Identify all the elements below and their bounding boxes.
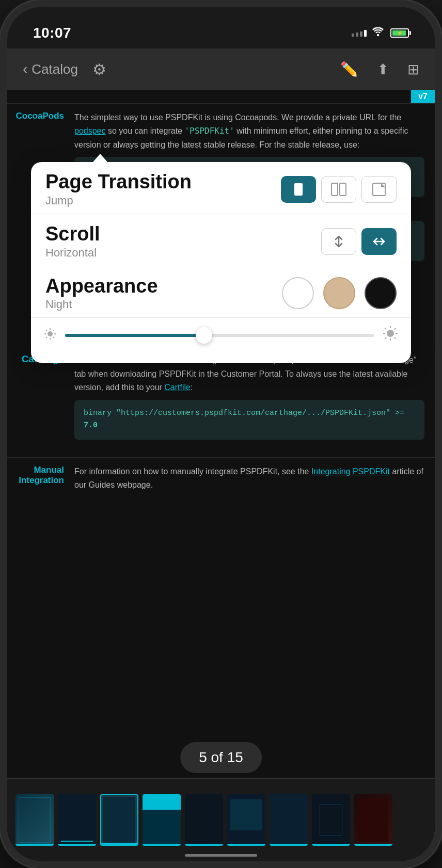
night-appearance-button[interactable] — [365, 277, 397, 309]
brightness-thumb[interactable] — [196, 327, 212, 344]
settings-icon[interactable]: ⚙ — [92, 60, 106, 78]
thumbnail-3[interactable] — [100, 794, 138, 846]
podspec-link[interactable]: podspec — [74, 126, 106, 135]
phone-screen: 10:07 ⚡ — [7, 7, 435, 861]
grid-icon[interactable]: ⊞ — [407, 61, 419, 78]
svg-line-10 — [46, 330, 47, 331]
svg-point-5 — [48, 331, 53, 336]
single-page-button[interactable] — [281, 176, 316, 203]
svg-point-0 — [377, 34, 379, 36]
svg-line-20 — [394, 337, 396, 339]
cartfile-link[interactable]: Cartfile — [164, 383, 191, 392]
manual-label: ManualIntegration — [7, 458, 74, 505]
notch — [164, 7, 278, 28]
thumbnail-9[interactable] — [354, 794, 392, 846]
svg-rect-4 — [373, 183, 385, 196]
edit-icon[interactable]: ✏️ — [340, 61, 358, 78]
brightness-slider[interactable] — [65, 334, 374, 337]
signal-icon — [352, 30, 367, 37]
home-indicator — [185, 854, 257, 857]
carthage-code: binary "https://customers.pspdfkit.com/c… — [84, 409, 404, 430]
appearance-title: Appearance — [45, 276, 158, 297]
scroll-controls — [321, 228, 397, 255]
brightness-high-icon — [382, 325, 399, 345]
back-button[interactable]: ‹ Catalog — [23, 61, 78, 77]
manual-text: For information on how to manually integ… — [74, 465, 424, 492]
thumbnail-5[interactable] — [185, 794, 223, 846]
page-transition-section: Page Transition Jump — [31, 162, 411, 214]
status-icons: ⚡ — [352, 26, 409, 40]
svg-line-22 — [385, 337, 387, 339]
thumbnail-1[interactable] — [15, 794, 54, 846]
brightness-low-icon — [43, 327, 57, 344]
phone-shell: 10:07 ⚡ — [0, 0, 442, 868]
white-appearance-button[interactable] — [282, 277, 314, 309]
scroll-title: Scroll — [45, 223, 100, 245]
thumbnail-2[interactable] — [58, 794, 96, 846]
popover: Page Transition Jump — [31, 162, 411, 363]
page-transition-title-group: Page Transition Jump — [45, 171, 192, 207]
back-label: Catalog — [31, 61, 78, 77]
appearance-header: Appearance Night — [45, 276, 397, 312]
svg-rect-1 — [294, 183, 303, 196]
page-transition-controls — [281, 176, 397, 203]
appearance-title-group: Appearance Night — [45, 276, 158, 312]
manual-section: ManualIntegration For information on how… — [7, 457, 435, 505]
svg-line-19 — [385, 328, 387, 330]
vertical-scroll-button[interactable] — [321, 228, 356, 255]
svg-line-13 — [46, 337, 47, 338]
code-block-3: binary "https://customers.pspdfkit.com/c… — [74, 400, 424, 440]
curl-page-button[interactable] — [361, 176, 397, 203]
page-transition-subtitle: Jump — [45, 194, 192, 207]
thumbnail-7[interactable] — [270, 794, 308, 846]
svg-line-12 — [53, 330, 54, 331]
thumbnail-4[interactable] — [143, 794, 181, 846]
svg-rect-3 — [340, 183, 346, 196]
status-time: 10:07 — [33, 25, 71, 41]
brightness-fill — [65, 334, 204, 337]
double-page-button[interactable] — [321, 176, 356, 203]
sepia-appearance-button[interactable] — [323, 277, 355, 309]
share-icon[interactable]: ⬆ — [377, 61, 389, 78]
popover-arrow — [93, 154, 107, 162]
appearance-controls — [282, 277, 397, 309]
page-transition-title: Page Transition — [45, 171, 192, 193]
thumbnail-strip — [7, 778, 435, 861]
cocoapods-text: The simplest way to use PSPDFKit is usin… — [74, 111, 424, 152]
svg-rect-2 — [332, 183, 338, 196]
svg-line-21 — [394, 328, 396, 330]
wifi-icon — [372, 26, 384, 40]
thumbnail-6[interactable] — [227, 794, 265, 846]
back-chevron-icon: ‹ — [23, 61, 27, 77]
scroll-header: Scroll Horizontal — [45, 223, 397, 260]
scroll-subtitle: Horizontal — [45, 246, 100, 260]
appearance-section: Appearance Night — [31, 266, 411, 318]
integrating-link[interactable]: Integrating PSPDFKit — [311, 467, 390, 476]
brightness-section — [31, 318, 411, 352]
svg-point-14 — [387, 330, 394, 337]
scroll-title-group: Scroll Horizontal — [45, 223, 100, 260]
appearance-subtitle: Night — [45, 298, 158, 311]
page-transition-header: Page Transition Jump — [45, 171, 397, 207]
thumbnail-8[interactable] — [312, 794, 350, 846]
svg-line-11 — [53, 337, 54, 338]
horizontal-scroll-button[interactable] — [361, 228, 397, 255]
version-badge: v7 — [411, 90, 435, 103]
page-indicator: 5 of 15 — [180, 742, 262, 773]
battery-icon: ⚡ — [390, 28, 409, 38]
manual-body: For information on how to manually integ… — [74, 458, 435, 505]
toolbar: ‹ Catalog ⚙ ✏️ ⬆ ⊞ — [7, 49, 435, 90]
scroll-section: Scroll Horizontal — [31, 214, 411, 266]
